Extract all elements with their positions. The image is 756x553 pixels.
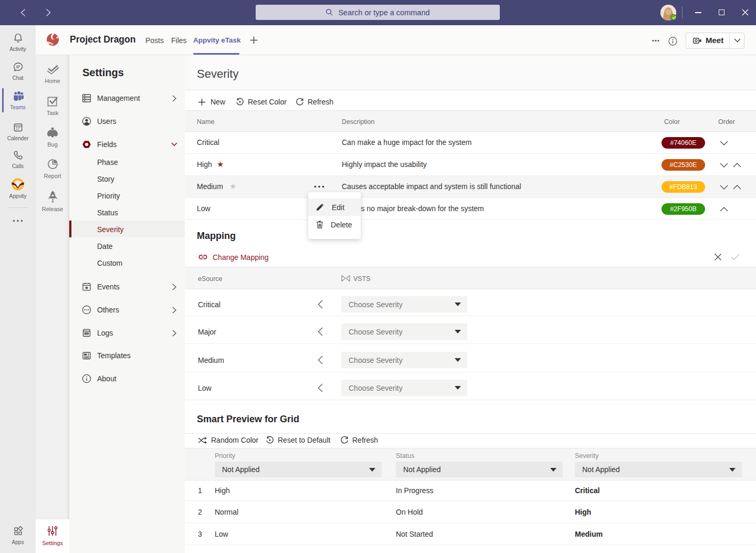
svg-text:LOG: LOG [85,333,89,335]
